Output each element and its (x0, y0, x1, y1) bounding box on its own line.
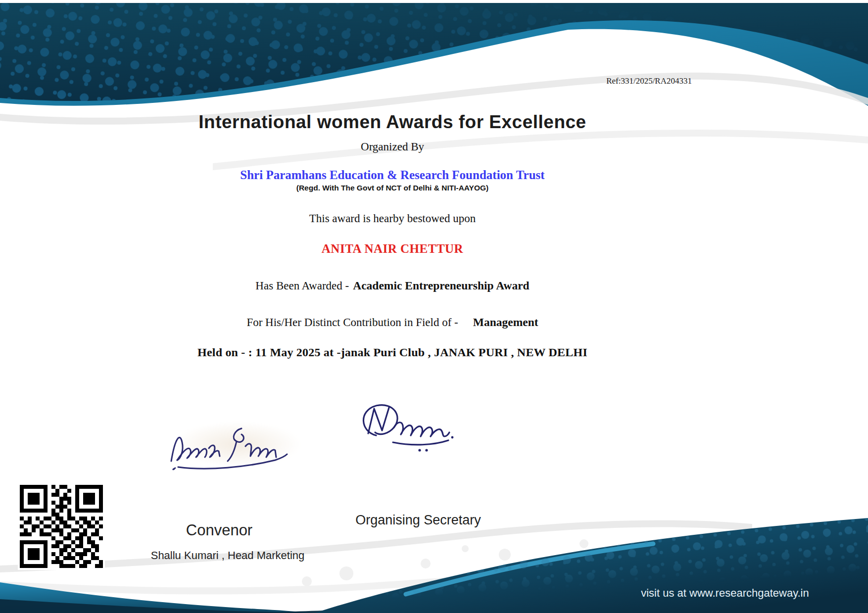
contribution-prefix: For His/Her Distinct Contribution in Fie… (246, 316, 458, 329)
registration-note: (Regd. With The Govt of NCT of Delhi & N… (0, 184, 785, 192)
qr-code (18, 483, 105, 570)
award-title: Academic Entrepreneurship Award (353, 279, 529, 292)
organization-name: Shri Paramhans Education & Research Foun… (0, 168, 785, 182)
certificate-title: International women Awards for Excellenc… (0, 112, 785, 133)
recipient-name: ANITA NAIR CHETTUR (0, 242, 785, 256)
website-line: visit us at www.researchgateway.in (614, 587, 836, 600)
contribution-line: For His/Her Distinct Contribution in Fie… (0, 316, 785, 329)
award-prefix: Has Been Awarded - (255, 280, 349, 292)
organising-secretary-signature (345, 400, 479, 459)
event-line: Held on - : 11 May 2025 at -janak Puri C… (0, 346, 785, 359)
award-line: Has Been Awarded -Academic Entrepreneurs… (0, 279, 785, 292)
convenor-detail: Shallu Kumari , Head Marketing (129, 549, 327, 562)
contribution-field: Management (473, 316, 538, 329)
reference-number: Ref:331/2025/RA204331 (606, 76, 692, 86)
bestowal-line: This award is hearby bestowed upon (0, 212, 785, 225)
certificate: Ref:331/2025/RA204331 International wome… (0, 0, 868, 613)
convenor-signature (163, 416, 312, 472)
convenor-role-label: Convenor (145, 521, 293, 539)
organising-secretary-role-label: Organising Secretary (344, 513, 492, 528)
organized-by-label: Organized By (0, 141, 785, 153)
